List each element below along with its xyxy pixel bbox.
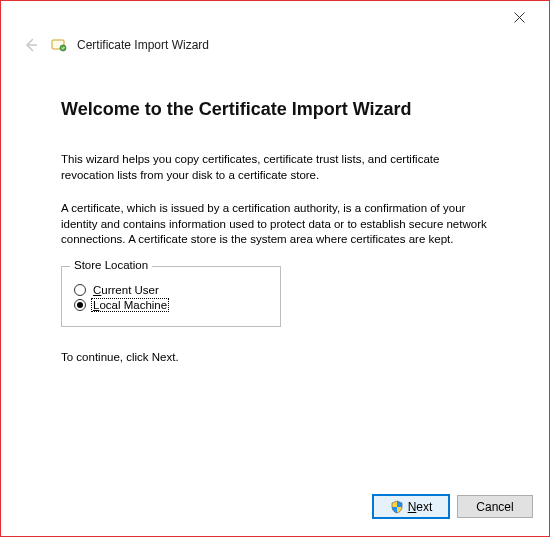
intro-paragraph-2: A certificate, which is issued by a cert… (61, 201, 495, 248)
titlebar (1, 1, 549, 33)
page-heading: Welcome to the Certificate Import Wizard (61, 99, 495, 120)
store-location-group: Store Location Current User Local Machin… (61, 266, 281, 327)
radio-icon (74, 299, 86, 311)
back-button (21, 35, 41, 55)
cancel-button-label: Cancel (476, 500, 513, 514)
cancel-button[interactable]: Cancel (457, 495, 533, 518)
continue-text: To continue, click Next. (61, 351, 495, 363)
next-button[interactable]: Next (373, 495, 449, 518)
close-button[interactable] (499, 3, 539, 31)
radio-label-current-user: Current User (92, 284, 160, 296)
intro-paragraph-1: This wizard helps you copy certificates,… (61, 152, 495, 183)
store-location-legend: Store Location (70, 259, 152, 271)
wizard-title: Certificate Import Wizard (77, 38, 209, 52)
footer: Next Cancel (1, 483, 549, 536)
radio-icon (74, 284, 86, 296)
content-area: Welcome to the Certificate Import Wizard… (1, 63, 549, 483)
radio-label-local-machine: Local Machine (92, 299, 168, 311)
wizard-window: Certificate Import Wizard Welcome to the… (0, 0, 550, 537)
header-row: Certificate Import Wizard (1, 33, 549, 63)
back-arrow-icon (22, 36, 40, 54)
next-button-label: Next (408, 500, 433, 514)
radio-current-user[interactable]: Current User (74, 284, 268, 296)
uac-shield-icon (390, 500, 404, 514)
certificate-icon (51, 37, 67, 53)
close-icon (514, 12, 525, 23)
radio-local-machine[interactable]: Local Machine (74, 299, 268, 311)
